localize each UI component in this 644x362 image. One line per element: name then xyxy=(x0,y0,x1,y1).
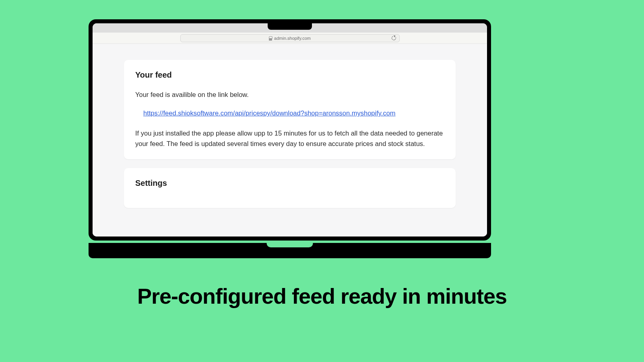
feed-info-text: If you just installed the app please all… xyxy=(135,128,444,149)
browser-window: admin.shopify.com Your feed Your feed is… xyxy=(93,23,487,237)
page-content: Your feed Your feed is availible on the … xyxy=(93,44,487,237)
marketing-headline: Pre-configured feed ready in minutes xyxy=(0,284,644,309)
laptop-base xyxy=(89,243,491,258)
settings-card-heading: Settings xyxy=(135,179,444,188)
address-bar[interactable]: admin.shopify.com xyxy=(180,34,400,42)
laptop-mockup: admin.shopify.com Your feed Your feed is… xyxy=(89,19,491,258)
feed-card: Your feed Your feed is availible on the … xyxy=(124,60,456,159)
browser-toolbar: admin.shopify.com xyxy=(93,33,487,44)
camera-notch xyxy=(268,19,312,30)
feed-card-heading: Your feed xyxy=(135,70,444,80)
laptop-screen: admin.shopify.com Your feed Your feed is… xyxy=(89,19,491,241)
feed-intro-text: Your feed is availible on the link below… xyxy=(135,89,444,100)
refresh-icon[interactable] xyxy=(391,35,396,41)
trackpad-notch xyxy=(267,243,313,247)
lock-icon xyxy=(269,36,272,40)
url-text: admin.shopify.com xyxy=(274,36,311,41)
feed-url-link[interactable]: https://feed.shioksoftware.com/api/price… xyxy=(135,108,444,119)
settings-card: Settings xyxy=(124,168,456,208)
